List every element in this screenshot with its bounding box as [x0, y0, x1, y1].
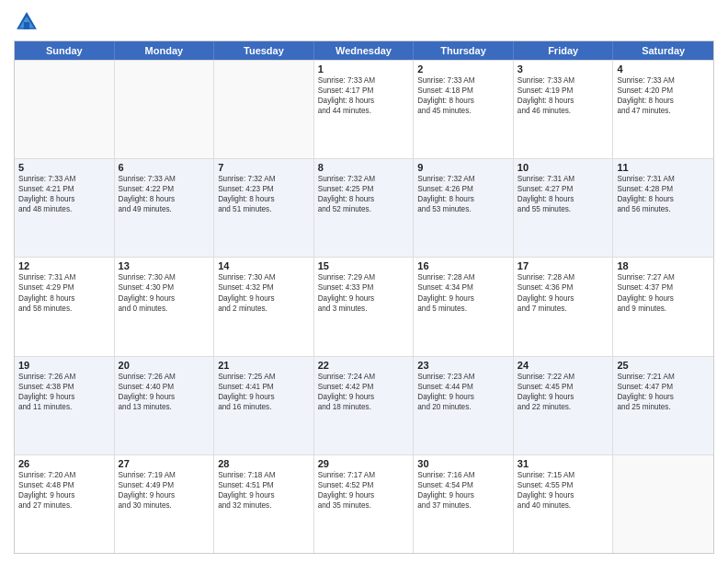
- cell-info-line: Sunset: 4:32 PM: [218, 282, 310, 293]
- cell-info-line: Sunset: 4:40 PM: [119, 382, 210, 392]
- day-number: 21: [218, 360, 310, 371]
- day-number: 3: [518, 63, 609, 75]
- day-number: 13: [119, 260, 210, 271]
- day-number: 16: [417, 260, 509, 271]
- cell-info-line: Sunset: 4:22 PM: [119, 184, 210, 194]
- cell-info-line: Sunset: 4:42 PM: [318, 382, 410, 392]
- cell-info-line: and 32 minutes.: [218, 500, 310, 511]
- cell-info-line: Sunrise: 7:30 AM: [119, 272, 210, 282]
- calendar-row-1: 5Sunrise: 7:33 AMSunset: 4:21 PMDaylight…: [15, 158, 713, 257]
- cell-info-line: Sunrise: 7:33 AM: [18, 174, 110, 184]
- cell-info-line: Daylight: 9 hours: [417, 293, 509, 304]
- calendar-row-3: 19Sunrise: 7:26 AMSunset: 4:38 PMDayligh…: [15, 356, 713, 454]
- calendar-cell: 18Sunrise: 7:27 AMSunset: 4:37 PMDayligh…: [613, 258, 713, 355]
- day-number: 15: [318, 260, 410, 271]
- cell-info-line: Sunset: 4:19 PM: [518, 86, 609, 96]
- calendar-cell: 3Sunrise: 7:33 AMSunset: 4:19 PMDaylight…: [514, 61, 614, 158]
- cell-info-line: Sunset: 4:44 PM: [417, 382, 509, 392]
- cell-info-line: and 13 minutes.: [119, 402, 210, 412]
- calendar-cell: 10Sunrise: 7:31 AMSunset: 4:27 PMDayligh…: [514, 159, 614, 257]
- cell-info-line: Sunrise: 7:33 AM: [417, 75, 509, 86]
- cell-info-line: Sunrise: 7:29 AM: [318, 272, 410, 282]
- cell-info-line: Sunrise: 7:31 AM: [18, 272, 110, 282]
- calendar-cell: 19Sunrise: 7:26 AMSunset: 4:38 PMDayligh…: [15, 357, 115, 454]
- cell-info-line: Sunrise: 7:33 AM: [119, 174, 210, 184]
- cell-info-line: and 37 minutes.: [417, 500, 509, 511]
- cell-info-line: and 45 minutes.: [417, 106, 509, 116]
- cell-info-line: Sunrise: 7:16 AM: [417, 470, 509, 480]
- day-number: 25: [617, 360, 710, 371]
- calendar-cell: 16Sunrise: 7:28 AMSunset: 4:34 PMDayligh…: [414, 258, 514, 355]
- cell-info-line: Sunset: 4:29 PM: [18, 282, 110, 293]
- cell-info-line: Sunset: 4:54 PM: [417, 480, 509, 490]
- cell-info-line: Sunset: 4:25 PM: [318, 184, 410, 194]
- day-number: 26: [18, 458, 110, 469]
- day-number: 31: [518, 458, 609, 469]
- cell-info-line: Sunset: 4:18 PM: [417, 86, 509, 96]
- cell-info-line: and 22 minutes.: [518, 402, 609, 412]
- cell-info-line: Sunset: 4:51 PM: [218, 480, 310, 490]
- calendar-header: SundayMondayTuesdayWednesdayThursdayFrid…: [15, 41, 713, 60]
- calendar-cell: 24Sunrise: 7:22 AMSunset: 4:45 PMDayligh…: [514, 357, 614, 454]
- cell-info-line: Sunrise: 7:18 AM: [218, 470, 310, 480]
- cell-info-line: and 7 minutes.: [518, 304, 609, 314]
- cell-info-line: and 46 minutes.: [518, 106, 609, 116]
- calendar-cell: 14Sunrise: 7:30 AMSunset: 4:32 PMDayligh…: [214, 258, 314, 355]
- day-number: 7: [218, 162, 310, 173]
- calendar-cell: 11Sunrise: 7:31 AMSunset: 4:28 PMDayligh…: [613, 159, 713, 257]
- day-number: 29: [318, 458, 410, 469]
- cell-info-line: Daylight: 8 hours: [518, 194, 609, 204]
- cell-info-line: and 16 minutes.: [218, 402, 310, 412]
- cell-info-line: and 40 minutes.: [518, 500, 609, 511]
- cell-info-line: Sunset: 4:23 PM: [218, 184, 310, 194]
- day-number: 5: [18, 162, 110, 173]
- cell-info-line: Sunrise: 7:15 AM: [518, 470, 609, 480]
- calendar-cell: 22Sunrise: 7:24 AMSunset: 4:42 PMDayligh…: [314, 357, 415, 454]
- cell-info-line: Sunrise: 7:32 AM: [318, 174, 410, 184]
- calendar-cell: [15, 61, 115, 158]
- cell-info-line: Sunset: 4:36 PM: [518, 282, 609, 293]
- cell-info-line: Daylight: 9 hours: [218, 293, 310, 304]
- day-number: 1: [318, 63, 410, 75]
- cell-info-line: Daylight: 9 hours: [318, 392, 410, 402]
- cell-info-line: Sunset: 4:55 PM: [518, 480, 609, 490]
- cell-info-line: Sunrise: 7:19 AM: [119, 470, 210, 480]
- cell-info-line: Sunrise: 7:32 AM: [417, 174, 509, 184]
- cell-info-line: and 58 minutes.: [18, 304, 110, 314]
- calendar-cell: 5Sunrise: 7:33 AMSunset: 4:21 PMDaylight…: [15, 159, 115, 257]
- cell-info-line: Sunrise: 7:21 AM: [617, 372, 710, 382]
- cell-info-line: Sunrise: 7:32 AM: [218, 174, 310, 184]
- cell-info-line: Sunrise: 7:25 AM: [218, 372, 310, 382]
- cell-info-line: and 48 minutes.: [18, 204, 110, 214]
- cell-info-line: Sunset: 4:37 PM: [617, 282, 710, 293]
- cell-info-line: and 44 minutes.: [318, 106, 410, 116]
- cell-info-line: Daylight: 8 hours: [518, 96, 609, 106]
- cell-info-line: Daylight: 9 hours: [518, 392, 609, 402]
- cell-info-line: Sunrise: 7:28 AM: [417, 272, 509, 282]
- calendar-cell: 12Sunrise: 7:31 AMSunset: 4:29 PMDayligh…: [15, 258, 115, 355]
- cell-info-line: Daylight: 9 hours: [119, 392, 210, 402]
- calendar-cell: 28Sunrise: 7:18 AMSunset: 4:51 PMDayligh…: [214, 455, 314, 553]
- cell-info-line: Sunset: 4:21 PM: [18, 184, 110, 194]
- day-number: 8: [318, 162, 410, 173]
- cell-info-line: and 3 minutes.: [318, 304, 410, 314]
- cell-info-line: Sunset: 4:52 PM: [318, 480, 410, 490]
- logo: [14, 9, 43, 35]
- day-number: 4: [617, 63, 710, 75]
- day-number: 9: [417, 162, 509, 173]
- cell-info-line: Daylight: 9 hours: [218, 392, 310, 402]
- cell-info-line: and 20 minutes.: [417, 402, 509, 412]
- calendar-cell: 1Sunrise: 7:33 AMSunset: 4:17 PMDaylight…: [314, 61, 415, 158]
- cell-info-line: Sunset: 4:47 PM: [617, 382, 710, 392]
- cell-info-line: Daylight: 9 hours: [119, 293, 210, 304]
- calendar: SundayMondayTuesdayWednesdayThursdayFrid…: [14, 40, 714, 554]
- cell-info-line: and 47 minutes.: [617, 106, 710, 116]
- cell-info-line: Sunrise: 7:20 AM: [18, 470, 110, 480]
- cell-info-line: Daylight: 9 hours: [18, 392, 110, 402]
- logo-icon: [14, 9, 40, 35]
- calendar-row-4: 26Sunrise: 7:20 AMSunset: 4:48 PMDayligh…: [15, 454, 713, 553]
- cell-info-line: Daylight: 8 hours: [18, 293, 110, 304]
- calendar-cell: 29Sunrise: 7:17 AMSunset: 4:52 PMDayligh…: [314, 455, 415, 553]
- calendar-row-2: 12Sunrise: 7:31 AMSunset: 4:29 PMDayligh…: [15, 257, 713, 355]
- day-number: 28: [218, 458, 310, 469]
